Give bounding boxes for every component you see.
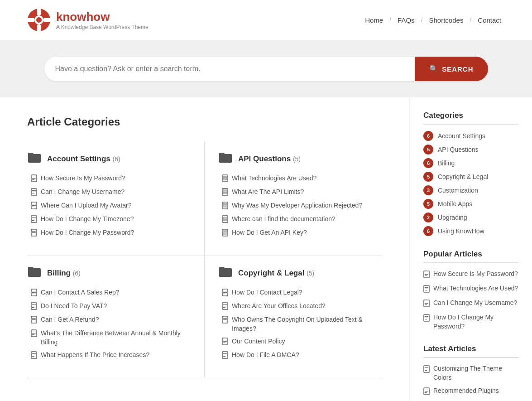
logo-text: knowhow A Knowledge Base WordPress Theme [56,10,149,30]
article-link[interactable]: Where Are Your Offices Located? [232,302,326,311]
cat-label[interactable]: API Questions [438,146,479,153]
article-link[interactable]: Can I Change My Username? [41,188,125,197]
popular-article-item: What Technologies Are Used? [423,284,518,294]
svg-rect-27 [222,175,228,182]
nav-sep-3: / [470,16,471,24]
svg-rect-2 [27,18,34,22]
article-link[interactable]: How Do I Get An API Key? [232,228,307,237]
nav-faqs[interactable]: FAQs [394,14,418,26]
doc-icon [222,338,228,347]
article-link[interactable]: Where Can I Upload My Avatar? [41,201,132,210]
doc-icon [31,229,37,238]
category-count: (5) [293,155,301,163]
article-item: Can I Contact A Sales Rep? [31,288,191,298]
popular-article-link[interactable]: What Technologies Are Used? [433,284,518,293]
sidebar-latest: Latest Articles Customizing The Theme Co… [423,344,518,396]
popular-article-item: How Secure Is My Password? [423,270,518,280]
article-item: Where can I find the documentation? [222,215,373,224]
doc-icon [31,188,37,197]
cat-badge: 6 [423,131,433,141]
article-link[interactable]: What Technologies Are Used? [232,174,316,183]
article-list: What Technologies Are Used? What Are The… [218,174,373,238]
latest-doc-icon [423,365,430,374]
sidebar-cat-item: 6 Using KnowHow [423,226,518,236]
search-input[interactable] [44,57,415,81]
sidebar-cat-item: 2 Upgrading [423,213,518,222]
cat-label[interactable]: Account Settings [438,132,485,140]
cat-badge: 5 [423,172,433,182]
popular-article-link[interactable]: Can I Change My Username? [433,299,517,308]
latest-article-link[interactable]: Customizing The Theme Colors [433,364,518,382]
category-block-account-settings: Account Settings (6) How Secure Is My Pa… [27,142,205,256]
svg-rect-47 [222,229,228,236]
article-link[interactable]: Can I Contact A Sales Rep? [41,288,120,297]
cat-label[interactable]: Using KnowHow [438,227,484,235]
article-item: How Do I Get An API Key? [222,228,373,238]
logo-how: how [86,10,110,24]
article-item: What Happens If The Price Increases? [31,351,191,360]
cat-label[interactable]: Customization [438,187,478,194]
cat-badge: 5 [423,145,433,155]
folder-icon [27,151,42,167]
logo[interactable]: knowhow A Knowledge Base WordPress Theme [27,8,149,32]
cat-label[interactable]: Mobile Apps [438,200,472,208]
search-button[interactable]: 🔍 SEARCH [415,57,488,81]
nav-shortcodes[interactable]: Shortcodes [426,14,467,26]
doc-icon [222,302,228,311]
article-link[interactable]: What Are The API Limits? [232,188,304,197]
doc-icon [31,289,37,298]
article-link[interactable]: Where can I find the documentation? [232,215,335,224]
article-item: How Do I Change My Timezone? [31,215,191,224]
search-button-label: SEARCH [442,65,473,73]
popular-article-link[interactable]: How Do I Change My Password? [433,313,518,331]
sidebar-popular-heading: Popular Articles [423,250,518,263]
article-link[interactable]: What's The Difference Between Annual & M… [41,329,191,347]
sidebar-cat-item: 6 Billing [423,158,518,168]
category-count: (6) [113,155,120,163]
search-icon: 🔍 [429,65,438,73]
category-name: Copyright & Legal (5) [238,269,314,278]
article-link[interactable]: How Do I Change My Timezone? [41,215,134,224]
site-header: knowhow A Knowledge Base WordPress Theme… [0,0,532,40]
category-block-billing: Billing (6) Can I Contact A Sales Rep? D… [27,256,205,378]
doc-icon [31,329,37,338]
article-item: What Are The API Limits? [222,188,373,197]
nav-contact[interactable]: Contact [474,14,505,26]
popular-doc-icon [423,285,430,294]
doc-icon [31,202,37,211]
sidebar-cat-item: 5 Copyright & Legal [423,172,518,182]
cat-badge: 6 [423,158,433,168]
cat-badge: 3 [423,185,433,195]
article-link[interactable]: Can I Get A Refund? [41,315,99,324]
cat-label[interactable]: Upgrading [438,214,467,221]
sidebar-latest-heading: Latest Articles [423,344,518,358]
category-block-api-questions: API Questions (5) What Technologies Are … [205,142,382,256]
article-item: Where Are Your Offices Located? [222,302,373,311]
article-link[interactable]: Our Content Policy [232,337,285,346]
cat-label[interactable]: Copyright & Legal [438,173,488,180]
nav-home[interactable]: Home [361,14,387,26]
article-link[interactable]: How Do I Change My Password? [41,228,134,237]
search-section: 🔍 SEARCH [0,40,532,97]
logo-name: knowhow [56,10,149,24]
popular-doc-icon [423,314,430,323]
article-item: Can I Get A Refund? [31,315,191,325]
popular-article-link[interactable]: How Secure Is My Password? [433,270,518,279]
category-header: Copyright & Legal (5) [218,265,373,281]
category-header: Account Settings (6) [27,151,191,167]
article-item: Do I Need To Pay VAT? [31,302,191,311]
article-link[interactable]: Who Owns The Copyright On Uploaded Text … [232,315,373,333]
doc-icon [222,289,228,298]
article-link[interactable]: How Do I File A DMCA? [232,351,299,360]
popular-article-item: How Do I Change My Password? [423,313,518,331]
latest-article-link[interactable]: Recommended Plugins [433,387,499,396]
popular-article-item: Can I Change My Username? [423,299,518,309]
article-link[interactable]: Do I Need To Pay VAT? [41,302,107,311]
category-count: (5) [307,270,314,277]
article-link[interactable]: Why Was My Developer Application Rejecte… [232,201,362,210]
article-link[interactable]: How Do I Contact Legal? [232,288,302,297]
latest-list: Customizing The Theme Colors Recommended… [423,364,518,396]
cat-label[interactable]: Billing [438,159,455,167]
article-link[interactable]: What Happens If The Price Increases? [41,351,149,360]
article-link[interactable]: How Secure Is My Password? [41,174,125,183]
